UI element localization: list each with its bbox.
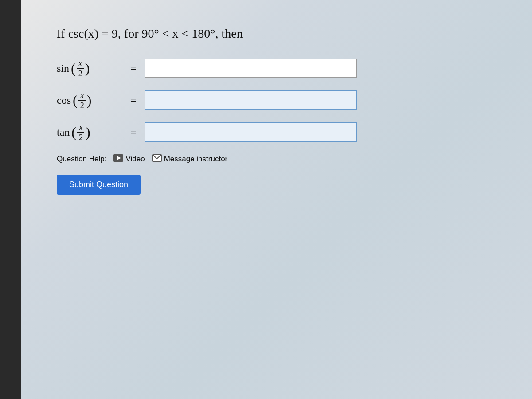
tan-frac-num: x	[77, 123, 84, 133]
cos-half-row: cos ( x 2 ) =	[57, 90, 497, 110]
close-paren-sin: )	[85, 61, 90, 75]
message-instructor-link[interactable]: Message instructor	[152, 154, 228, 164]
video-label: Video	[125, 155, 145, 164]
sin-frac-den: 2	[77, 69, 84, 78]
cos-label: cos ( x 2 )	[57, 91, 128, 110]
sin-fraction: x 2	[77, 59, 84, 78]
cos-frac-num: x	[78, 91, 86, 101]
envelope-icon	[152, 154, 162, 164]
tan-half-row: tan ( x 2 ) =	[57, 122, 497, 142]
message-instructor-label: Message instructor	[164, 155, 228, 164]
tan-half-input[interactable]	[145, 122, 357, 142]
tan-equals: =	[128, 126, 139, 138]
sin-half-row: sin ( x 2 ) =	[57, 59, 497, 78]
submit-question-button[interactable]: Submit Question	[57, 175, 141, 195]
sin-label: sin ( x 2 )	[57, 59, 128, 78]
sin-frac-num: x	[77, 59, 84, 69]
question-container: If csc(x) = 9, for 90° < x < 180°, then …	[57, 27, 497, 195]
sin-half-input[interactable]	[145, 59, 357, 78]
open-paren-tan: (	[71, 125, 76, 139]
main-content: If csc(x) = 9, for 90° < x < 180°, then …	[21, 0, 532, 399]
tan-frac-den: 2	[77, 133, 85, 141]
question-title: If csc(x) = 9, for 90° < x < 180°, then	[57, 27, 497, 41]
cos-half-input[interactable]	[145, 90, 357, 110]
tan-label: tan ( x 2 )	[57, 123, 128, 141]
video-link[interactable]: Video	[113, 154, 145, 164]
tan-func: tan	[57, 126, 70, 138]
cos-equals: =	[128, 94, 139, 106]
cos-func: cos	[57, 94, 71, 106]
open-paren-sin: (	[71, 61, 76, 75]
cos-fraction: x 2	[78, 91, 86, 110]
close-paren-cos: )	[87, 93, 92, 107]
close-paren-tan: )	[86, 125, 90, 139]
video-icon	[113, 154, 123, 164]
sin-func: sin	[57, 63, 69, 74]
left-sidebar	[0, 0, 21, 399]
question-help: Question Help: Video Message in	[57, 154, 497, 164]
tan-fraction: x 2	[77, 123, 85, 141]
open-paren-cos: (	[73, 93, 78, 107]
sin-equals: =	[128, 63, 139, 74]
cos-frac-den: 2	[78, 101, 86, 110]
help-label: Question Help:	[57, 155, 106, 164]
